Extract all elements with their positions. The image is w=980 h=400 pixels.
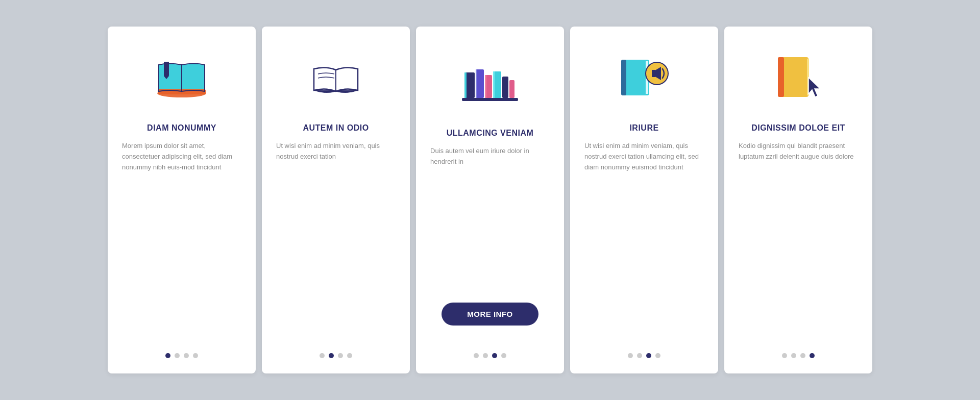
card-4-dots [628, 353, 660, 358]
svg-rect-13 [493, 71, 495, 98]
dot [791, 353, 796, 358]
card-2: AUTEM IN ODIO Ut wisi enim ad minim veni… [262, 27, 410, 373]
card-2-title: AUTEM IN ODIO [303, 123, 369, 133]
svg-marker-25 [808, 78, 820, 97]
card-1-dots [165, 353, 198, 358]
card-3-dots [474, 353, 506, 358]
open-book-colored-icon [151, 47, 212, 108]
dot [175, 353, 180, 358]
card-5-title: DIGNISSIM DOLOE EIT [751, 123, 845, 133]
dot [637, 353, 642, 358]
dot [492, 353, 497, 358]
svg-rect-23 [778, 57, 784, 97]
dot [655, 353, 660, 358]
card-3-title: ULLAMCING VENIAM [447, 129, 534, 138]
dot [800, 353, 805, 358]
card-3-text: Duis autem vel eum iriure dolor in hendr… [430, 146, 550, 292]
more-info-button[interactable]: MORE INFO [442, 303, 538, 326]
card-4-title: IRIURE [629, 123, 658, 133]
card-1-title: DIAM NONUMMY [147, 123, 216, 133]
audio-book-icon [614, 47, 675, 108]
svg-rect-15 [509, 80, 514, 98]
card-2-text: Ut wisi enim ad minim veniam, quis nostr… [276, 141, 396, 341]
svg-rect-11 [485, 75, 486, 98]
svg-rect-5 [462, 98, 518, 101]
dot [628, 353, 633, 358]
card-5-text: Kodio dignissim qui blandit praesent lup… [739, 141, 858, 341]
dot [474, 353, 479, 358]
svg-rect-9 [476, 69, 477, 98]
card-4-text: Ut wisi enim ad minim veniam, quis nostr… [584, 141, 704, 341]
dot [810, 353, 815, 358]
dot [646, 353, 651, 358]
card-4: IRIURE Ut wisi enim ad minim veniam, qui… [570, 27, 718, 373]
cards-container: DIAM NONUMMY Morem ipsum dolor sit amet,… [77, 6, 903, 394]
open-book-outline-icon [305, 47, 366, 108]
ebook-cursor-icon [768, 47, 829, 108]
dot [338, 353, 343, 358]
books-shelf-icon [459, 52, 521, 113]
svg-rect-7 [464, 72, 467, 98]
dot [501, 353, 506, 358]
card-3: ULLAMCING VENIAM Duis autem vel eum iriu… [416, 27, 564, 373]
svg-rect-20 [652, 70, 656, 77]
card-5: DIGNISSIM DOLOE EIT Kodio dignissim qui … [724, 27, 872, 373]
dot [320, 353, 325, 358]
card-2-dots [320, 353, 352, 358]
svg-rect-14 [502, 77, 508, 98]
dot [193, 353, 198, 358]
dot [782, 353, 787, 358]
dot [483, 353, 488, 358]
dot [329, 353, 334, 358]
dot [184, 353, 189, 358]
svg-rect-17 [621, 60, 626, 95]
dot [347, 353, 352, 358]
card-1-text: Morem ipsum dolor sit amet, consectetuer… [122, 141, 241, 341]
card-1: DIAM NONUMMY Morem ipsum dolor sit amet,… [108, 27, 256, 373]
card-5-dots [782, 353, 815, 358]
dot [165, 353, 170, 358]
